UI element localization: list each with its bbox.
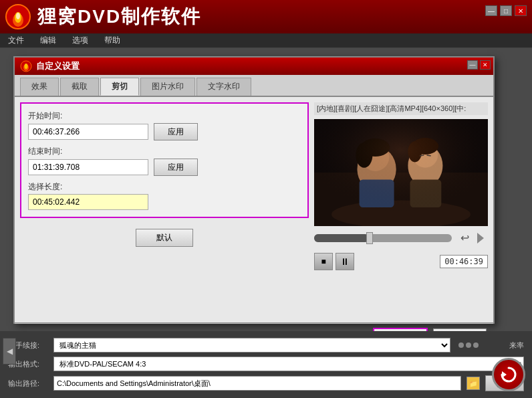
path-input[interactable]: [53, 376, 461, 391]
svg-rect-22: [314, 119, 488, 226]
tab-trim[interactable]: 剪切: [100, 78, 139, 96]
tab-image-watermark[interactable]: 图片水印: [140, 78, 195, 96]
svg-point-3: [16, 13, 20, 19]
dialog-close-button[interactable]: ✕: [480, 60, 491, 70]
start-time-label: 开始时间:: [28, 110, 301, 122]
scroll-left-button[interactable]: ◀: [3, 338, 16, 365]
dot2: [466, 342, 471, 348]
folder-icon-button[interactable]: 📁: [467, 377, 480, 390]
menu-help[interactable]: 帮助: [102, 33, 123, 47]
end-time-label: 结束时间:: [28, 146, 301, 157]
rewind-area: ↩: [314, 230, 488, 246]
default-button[interactable]: 默认: [136, 229, 193, 247]
title-bar: 狸窝DVD制作软件 — □ ✕: [0, 0, 532, 33]
app-logo: [5, 4, 31, 29]
app-title: 狸窝DVD制作软件: [37, 4, 201, 29]
close-button[interactable]: ✕: [515, 5, 527, 16]
dialog-logo: [20, 60, 32, 72]
source-row: 来手续接: 狐魂的主猫 来率: [8, 338, 524, 353]
source-select[interactable]: 狐魂的主猫: [53, 338, 450, 353]
dialog-body: 开始时间: 应用 结束时间: 应用: [15, 97, 493, 323]
format-row: 输出格式: 标准DVD-PAL/SECAM 4:3: [8, 357, 524, 371]
tab-text-watermark[interactable]: 文字水印: [196, 78, 251, 96]
start-time-input[interactable]: [28, 124, 148, 140]
window-controls: — □ ✕: [485, 5, 527, 16]
pause-button[interactable]: ⏸: [336, 253, 354, 270]
rewind-icon[interactable]: ↩: [454, 231, 475, 245]
tab-effect[interactable]: 效果: [20, 78, 59, 96]
end-time-input[interactable]: [28, 159, 148, 175]
menu-edit[interactable]: 编辑: [37, 33, 59, 47]
menu-options[interactable]: 选项: [70, 33, 91, 47]
length-label: 选择长度:: [28, 181, 301, 193]
dialog-tabs: 效果 截取 剪切 图片水印 文字水印: [15, 75, 493, 97]
dot1: [458, 342, 464, 348]
format-select[interactable]: 标准DVD-PAL/SECAM 4:3: [53, 357, 524, 371]
default-btn-area: 默认: [20, 229, 309, 247]
video-filename-label: [内地][喜剧][人在囧途][高清MP4][640×360][中:: [314, 102, 488, 115]
encode-button[interactable]: [492, 358, 525, 391]
stop-button[interactable]: ■: [314, 253, 333, 270]
main-area: 自定义设置 — ✕ 效果 截取 剪切 图片水印 文字水印: [0, 48, 532, 398]
end-time-row: 应用: [28, 159, 301, 176]
custom-settings-dialog: 自定义设置 — ✕ 效果 截取 剪切 图片水印 文字水印: [13, 56, 495, 324]
path-label: 输出路径:: [8, 379, 48, 389]
dialog-overlay: 自定义设置 — ✕ 效果 截取 剪切 图片水印 文字水印: [0, 48, 532, 331]
video-preview: [314, 119, 488, 226]
playback-controls: ■ ⏸ 00:46:39: [314, 250, 488, 273]
start-time-group: 开始时间: 应用: [28, 110, 301, 140]
tab-capture[interactable]: 截取: [60, 78, 99, 96]
svg-point-6: [25, 64, 28, 69]
length-input[interactable]: [28, 194, 148, 210]
dialog-minimize-button[interactable]: —: [467, 60, 478, 70]
end-time-group: 结束时间: 应用: [28, 146, 301, 176]
dot3: [473, 342, 479, 348]
maximize-button[interactable]: □: [500, 5, 512, 16]
minimize-button[interactable]: —: [485, 5, 497, 16]
time-display: 00:46:39: [440, 255, 488, 268]
menu-bar: 文件 编辑 选项 帮助: [0, 33, 532, 48]
right-panel: [内地][喜剧][人在囧途][高清MP4][640×360][中:: [314, 102, 488, 318]
dialog-window-controls: — ✕: [467, 60, 491, 70]
length-row: [28, 194, 301, 210]
video-scene: [314, 119, 488, 226]
menu-file[interactable]: 文件: [5, 33, 27, 47]
bottom-bar: 来手续接: 狐魂的主猫 来率 输出格式: 标准DVD-PAL/SECAM 4:3…: [0, 331, 532, 398]
dialog-title: 自定义设置: [36, 60, 80, 72]
start-time-row: 应用: [28, 123, 301, 140]
path-row: 输出路径: 📁 打开: [8, 375, 524, 391]
end-apply-button[interactable]: 应用: [154, 159, 198, 176]
start-apply-button[interactable]: 应用: [154, 123, 198, 140]
rate-label: 来率: [484, 340, 524, 351]
dialog-title-bar: 自定义设置 — ✕: [15, 58, 493, 75]
left-panel: 开始时间: 应用 结束时间: 应用: [20, 102, 309, 318]
length-group: 选择长度:: [28, 181, 301, 210]
svg-marker-23: [502, 371, 507, 378]
trim-section: 开始时间: 应用 结束时间: 应用: [20, 102, 309, 218]
